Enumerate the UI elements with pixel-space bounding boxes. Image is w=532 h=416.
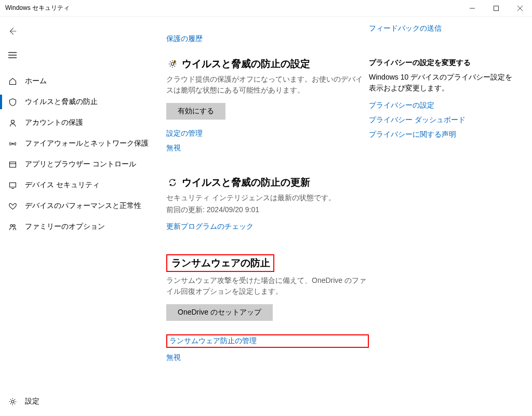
manage-ransomware-link[interactable]: ランサムウェア防止の管理 <box>169 336 257 345</box>
person-icon <box>7 119 18 127</box>
update-section: ウイルスと脅威の防止の更新 セキュリティ インテリジェンスは最新の状態です。 前… <box>166 176 369 231</box>
ignore-link[interactable]: 無視 <box>166 353 369 362</box>
hamburger-button[interactable] <box>0 44 25 67</box>
privacy-statement-link[interactable]: プライバシーに関する声明 <box>369 130 514 139</box>
sidebar-item-label: ホーム <box>25 76 47 86</box>
svg-point-15 <box>11 400 14 402</box>
protection-history-link[interactable]: 保護の履歴 <box>166 34 369 44</box>
sidebar-item-label: ウイルスと脅威の防止 <box>25 97 98 107</box>
section-desc: ランサムウェア攻撃を受けた場合に備えて、OneDrive のファイル回復オプショ… <box>166 275 369 297</box>
settings-section: ! ウイルスと脅威の防止の設定 クラウド提供の保護がオフになっています。お使いの… <box>166 57 369 153</box>
back-button[interactable] <box>0 21 25 42</box>
feedback-link[interactable]: フィードバックの送信 <box>369 24 442 32</box>
section-desc: クラウド提供の保護がオフになっています。お使いのデバイスは脆弱な状態にある可能性… <box>166 74 369 96</box>
aside-desc: Windows 10 デバイスのプライバシー設定を表示および変更します。 <box>369 72 514 94</box>
maximize-button[interactable] <box>484 0 508 17</box>
main-column: リアルタイム保護 保護の履歴 ! ウイルスと脅威の防止の設定 クラウド提供の保護… <box>166 17 369 416</box>
privacy-settings-link[interactable]: プライバシーの設定 <box>369 101 514 110</box>
close-button[interactable] <box>508 0 532 17</box>
svg-point-8 <box>12 143 13 144</box>
check-updates-link[interactable]: 更新プログラムのチェック <box>166 222 254 230</box>
section-heading: ウイルスと脅威の防止の更新 <box>182 176 310 189</box>
sidebar-item-device[interactable]: デバイス セキュリティ <box>0 175 166 196</box>
gear-small-icon: ! <box>166 59 179 69</box>
onedrive-setup-button[interactable]: OneDrive のセットアップ <box>166 304 273 321</box>
svg-point-7 <box>11 120 14 123</box>
sidebar-item-label: アカウントの保護 <box>25 118 83 127</box>
svg-point-14 <box>12 224 15 226</box>
svg-rect-11 <box>9 183 16 187</box>
svg-point-13 <box>10 224 12 226</box>
heart-icon <box>7 202 18 211</box>
manage-settings-link[interactable]: 設定の管理 <box>166 129 369 138</box>
sidebar-item-label: ファミリーのオプション <box>25 222 105 231</box>
section-heading: ウイルスと脅威の防止の設定 <box>182 57 310 71</box>
content: リアルタイム保護 保護の履歴 ! ウイルスと脅威の防止の設定 クラウド提供の保護… <box>166 17 532 416</box>
app-icon <box>7 160 18 169</box>
nav: ホーム ウイルスと脅威の防止 アカウントの保護 ファイアウォールとネットワーク保… <box>0 71 166 391</box>
device-icon <box>7 181 18 190</box>
antenna-icon <box>7 139 18 148</box>
svg-text:!: ! <box>175 61 175 63</box>
sidebar-item-virus[interactable]: ウイルスと脅威の防止 <box>0 92 166 112</box>
sidebar-item-firewall[interactable]: ファイアウォールとネットワーク保護 <box>0 133 166 154</box>
sidebar-item-label: 設定 <box>25 397 39 406</box>
sidebar-item-label: デバイス セキュリティ <box>25 180 100 190</box>
minimize-button[interactable] <box>460 0 484 17</box>
window-title: Windows セキュリティ <box>5 4 70 12</box>
sidebar-item-perf[interactable]: デバイスのパフォーマンスと正常性 <box>0 196 166 216</box>
section-heading: ランサムウェアの防止 <box>171 256 270 270</box>
aside-heading: プライバシーの設定を変更する <box>369 58 514 68</box>
svg-point-16 <box>171 62 174 65</box>
home-icon <box>7 77 18 86</box>
gear-icon <box>7 397 18 406</box>
last-update: 前回の更新: 2024/09/20 9:01 <box>166 205 369 215</box>
titlebar: Windows セキュリティ <box>0 0 532 17</box>
privacy-dashboard-link[interactable]: プライバシー ダッシュボード <box>369 115 514 125</box>
sidebar-item-label: ファイアウォールとネットワーク保護 <box>25 139 149 148</box>
sidebar-item-home[interactable]: ホーム <box>0 71 166 92</box>
family-icon <box>7 223 18 231</box>
svg-rect-1 <box>494 6 499 10</box>
sidebar-item-appbrowser[interactable]: アプリとブラウザー コントロール <box>0 154 166 175</box>
sidebar-item-account[interactable]: アカウントの保護 <box>0 112 166 133</box>
sidebar: ホーム ウイルスと脅威の防止 アカウントの保護 ファイアウォールとネットワーク保… <box>0 17 166 416</box>
sidebar-item-family[interactable]: ファミリーのオプション <box>0 216 166 237</box>
sidebar-item-label: アプリとブラウザー コントロール <box>25 160 136 169</box>
ransomware-section: ランサムウェアの防止 ランサムウェア攻撃を受けた場合に備えて、OneDrive … <box>166 254 369 362</box>
refresh-icon <box>166 178 179 187</box>
window-controls <box>460 0 532 17</box>
ignore-link[interactable]: 無視 <box>166 144 369 153</box>
enable-button[interactable]: 有効にする <box>166 103 225 120</box>
shield-icon <box>7 98 18 107</box>
section-desc: セキュリティ インテリジェンスは最新の状態です。 <box>166 192 369 203</box>
svg-rect-9 <box>9 162 16 167</box>
sidebar-item-settings[interactable]: 設定 <box>0 391 166 412</box>
sidebar-item-label: デバイスのパフォーマンスと正常性 <box>25 201 141 211</box>
aside-column: フィードバックの送信 プライバシーの設定を変更する Windows 10 デバイ… <box>369 17 523 416</box>
